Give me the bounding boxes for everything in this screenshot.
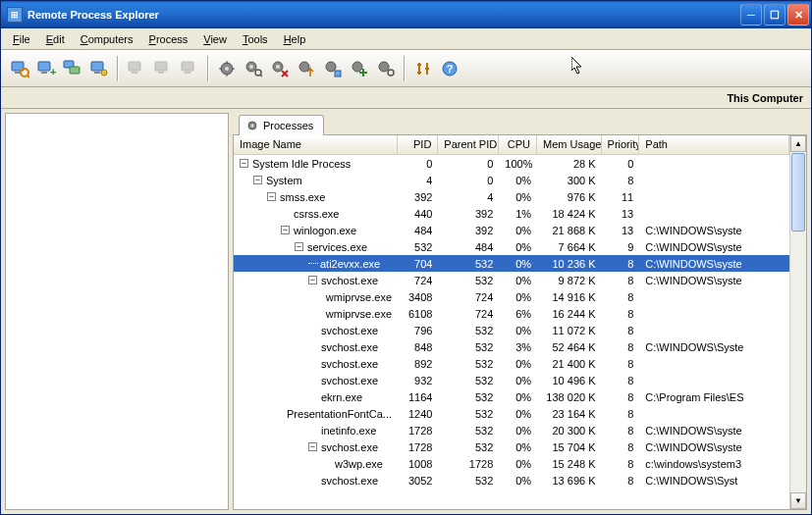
cell-pid: 440 — [398, 208, 438, 220]
column-header-mem[interactable]: Mem Usage — [537, 135, 601, 154]
table-row[interactable]: svchost.exe7965320%11 072 K8 — [234, 322, 789, 338]
cell-ppid: 532 — [438, 391, 499, 403]
cell-pri: 8 — [602, 391, 640, 403]
table-row[interactable]: csrss.exe4403921%18 424 K13 — [234, 205, 789, 222]
vertical-scrollbar[interactable]: ▲ ▼ — [789, 135, 806, 509]
cell-pid: 1164 — [398, 391, 438, 403]
process-name: wmiprvse.exe — [326, 291, 392, 303]
titlebar[interactable]: ⊞ Remote Process Explorer ─ ☐ ✕ — [1, 1, 811, 28]
table-row[interactable]: wmiprvse.exe34087240%14 916 K8 — [234, 288, 789, 305]
maximize-button[interactable]: ☐ — [764, 4, 785, 26]
this-computer-button[interactable] — [86, 56, 112, 81]
column-header-name[interactable]: Image Name — [234, 135, 398, 154]
svg-rect-4 — [38, 62, 50, 71]
table-row[interactable]: inetinfo.exe17285320%20 300 K8C:\WINDOWS… — [234, 422, 789, 438]
app-icon: ⊞ — [7, 7, 23, 23]
menu-process[interactable]: Process — [141, 31, 196, 47]
svg-rect-16 — [182, 62, 193, 71]
table-row[interactable]: w3wp.exe100817280%15 248 K8c:\windows\sy… — [234, 455, 789, 472]
process-info-button[interactable] — [373, 56, 399, 81]
cell-mem: 23 164 K — [537, 408, 601, 420]
column-header-pri[interactable]: Priority — [602, 135, 640, 154]
process-settings-button[interactable] — [214, 56, 240, 81]
new-process-button[interactable] — [347, 56, 372, 81]
cell-cpu: 0% — [499, 325, 537, 336]
scroll-down-button[interactable]: ▼ — [790, 492, 806, 509]
table-row[interactable]: −winlogon.exe4843920%21 868 K13C:\WINDOW… — [234, 222, 789, 238]
kill-process-button[interactable] — [267, 56, 293, 81]
process-name-cell: wmiprvse.exe — [234, 291, 398, 303]
tree-toggle[interactable]: − — [308, 442, 317, 451]
cell-cpu: 0% — [499, 275, 537, 286]
cell-mem: 18 424 K — [537, 208, 601, 220]
find-process-button[interactable] — [241, 56, 266, 81]
tree-toggle[interactable]: − — [253, 176, 262, 184]
table-row[interactable]: −smss.exe39240%976 K11 — [234, 188, 789, 205]
process-name-cell: −System — [234, 175, 398, 186]
menu-computers[interactable]: Computers — [73, 31, 141, 47]
table-row[interactable]: PresentationFontCa...12405320%23 164 K8 — [234, 405, 789, 422]
cell-cpu: 0% — [499, 408, 537, 420]
cell-cpu: 6% — [499, 308, 537, 320]
column-header-cpu[interactable]: CPU — [499, 135, 537, 154]
menu-help[interactable]: Help — [276, 31, 314, 47]
cell-mem: 14 916 K — [537, 291, 601, 303]
svg-point-36 — [379, 62, 389, 72]
tree-toggle[interactable]: − — [267, 192, 276, 201]
add-computer-button[interactable]: + — [33, 56, 59, 81]
column-header-path[interactable]: Path — [639, 135, 789, 154]
tree-toggle[interactable]: − — [281, 226, 290, 234]
menu-file[interactable]: File — [5, 31, 38, 47]
table-row[interactable]: −services.exe5324840%7 664 K9C:\WINDOWS\… — [234, 238, 789, 255]
cell-mem: 20 300 K — [537, 425, 601, 437]
process-priority-button[interactable] — [294, 56, 319, 81]
cell-mem: 21 868 K — [537, 225, 601, 236]
menu-tools[interactable]: Tools — [235, 31, 276, 47]
disconnect-button — [150, 56, 176, 81]
scroll-thumb[interactable] — [791, 153, 805, 232]
cell-pid: 6108 — [398, 308, 438, 320]
cell-cpu: 0% — [499, 241, 537, 253]
scroll-up-button[interactable]: ▲ — [790, 135, 806, 152]
process-name-cell: −services.exe — [234, 241, 398, 253]
table-row[interactable]: −svchost.exe7245320%9 872 K8C:\WINDOWS\s… — [234, 272, 789, 288]
tree-toggle[interactable]: − — [308, 276, 317, 284]
table-row[interactable]: −svchost.exe17285320%15 704 K8C:\WINDOWS… — [234, 438, 789, 455]
close-button[interactable]: ✕ — [787, 4, 809, 26]
menu-view[interactable]: View — [195, 31, 235, 47]
cell-path: C:\WINDOWS\syste — [639, 258, 789, 270]
options-button[interactable] — [410, 56, 436, 81]
table-row[interactable]: −System400%300 K8 — [234, 172, 789, 188]
process-name: w3wp.exe — [335, 458, 383, 470]
menu-edit[interactable]: Edit — [38, 31, 73, 47]
cell-mem: 28 K — [537, 158, 601, 170]
computers-tree[interactable] — [5, 113, 229, 510]
table-row[interactable]: −System Idle Process00100%28 K0 — [234, 155, 789, 172]
process-name-cell: ekrn.exe — [234, 391, 398, 403]
svg-rect-14 — [155, 62, 167, 71]
gear-icon — [245, 119, 259, 132]
table-row[interactable]: ekrn.exe11645320%138 020 K8C:\Program Fi… — [234, 388, 789, 405]
table-row[interactable]: svchost.exe8925320%21 400 K8 — [234, 355, 789, 372]
tree-toggle[interactable]: − — [295, 242, 303, 251]
table-row[interactable]: ati2evxx.exe7045320%10 236 K8C:\WINDOWS\… — [234, 255, 789, 272]
table-row[interactable]: svchost.exe8485323%52 464 K8C:\WINDOWS\S… — [234, 338, 789, 355]
process-affinity-button[interactable] — [320, 56, 346, 81]
column-header-ppid[interactable]: Parent PID — [438, 135, 499, 154]
tree-line — [308, 263, 318, 264]
column-header-pid[interactable]: PID — [398, 135, 438, 154]
tree-toggle[interactable]: − — [240, 159, 248, 168]
table-row[interactable]: svchost.exe9325320%10 496 K8 — [234, 372, 789, 388]
process-name-cell: svchost.exe — [234, 325, 398, 336]
help-button[interactable]: ? — [437, 56, 462, 81]
process-name: csrss.exe — [294, 208, 339, 220]
table-row[interactable]: svchost.exe30525320%13 696 K8C:\WINDOWS\… — [234, 472, 789, 489]
table-row[interactable]: wmiprvse.exe61087246%16 244 K8 — [234, 305, 789, 322]
tab-processes[interactable]: Processes — [239, 115, 324, 135]
computer-group-button[interactable] — [60, 56, 85, 81]
minimize-button[interactable]: ─ — [740, 4, 762, 26]
cell-pid: 796 — [398, 325, 438, 336]
svg-line-27 — [260, 75, 262, 77]
process-name: svchost.exe — [321, 441, 378, 453]
find-computer-button[interactable] — [7, 56, 32, 81]
